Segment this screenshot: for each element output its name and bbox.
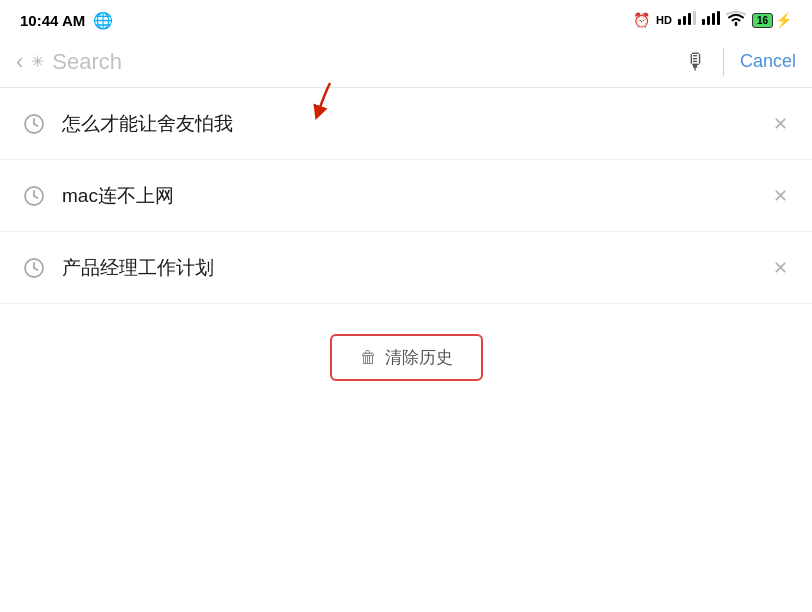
signal-icon-1	[678, 11, 696, 29]
hd-label: HD	[656, 14, 672, 26]
trash-icon: 🗑	[360, 348, 377, 368]
search-bar: ‹ ✳ Search 🎙 Cancel	[0, 36, 812, 88]
wifi-icon	[726, 11, 746, 30]
list-item[interactable]: mac连不上网 ✕	[0, 160, 812, 232]
list-item[interactable]: 产品经理工作计划 ✕	[0, 232, 812, 304]
clear-history-label: 清除历史	[385, 346, 453, 369]
status-time: 10:44 AM	[20, 12, 85, 29]
cancel-button[interactable]: Cancel	[740, 51, 796, 72]
wechat-icon: 🌐	[93, 11, 113, 30]
battery-level: 16	[752, 13, 773, 28]
svg-rect-2	[688, 13, 691, 25]
back-chevron-icon[interactable]: ‹	[16, 49, 23, 75]
svg-line-10	[34, 124, 38, 126]
clock-icon	[20, 182, 48, 210]
search-placeholder: Search	[52, 49, 122, 75]
history-item-text: 怎么才能让舍友怕我	[62, 111, 769, 137]
svg-line-17	[34, 268, 38, 270]
list-item[interactable]: 怎么才能让舍友怕我 ✕	[0, 88, 812, 160]
svg-rect-5	[707, 16, 710, 25]
search-star-icon: ✳	[31, 52, 44, 71]
history-item-text: mac连不上网	[62, 183, 769, 209]
search-divider	[723, 48, 724, 76]
history-list: 怎么才能让舍友怕我 ✕ mac连不上网 ✕	[0, 88, 812, 304]
svg-rect-4	[702, 19, 705, 25]
clock-icon	[20, 254, 48, 282]
clock-icon	[20, 110, 48, 138]
delete-item-button[interactable]: ✕	[769, 109, 792, 139]
delete-item-button[interactable]: ✕	[769, 181, 792, 211]
svg-rect-7	[717, 11, 720, 25]
svg-line-14	[34, 196, 38, 198]
search-input-area[interactable]: Search	[52, 49, 677, 75]
clear-history-section: 🗑 清除历史	[0, 334, 812, 381]
signal-icon-2	[702, 11, 720, 29]
status-bar: 10:44 AM 🌐 ⏰ HD	[0, 0, 812, 36]
clear-history-button[interactable]: 🗑 清除历史	[330, 334, 483, 381]
history-item-text: 产品经理工作计划	[62, 255, 769, 281]
svg-rect-0	[678, 19, 681, 25]
svg-rect-3	[693, 11, 696, 25]
delete-item-button[interactable]: ✕	[769, 253, 792, 283]
battery-indicator: 16 ⚡	[752, 12, 792, 28]
svg-rect-1	[683, 16, 686, 25]
svg-rect-6	[712, 13, 715, 25]
alarm-icon: ⏰	[633, 12, 650, 28]
microphone-icon[interactable]: 🎙	[685, 49, 707, 75]
